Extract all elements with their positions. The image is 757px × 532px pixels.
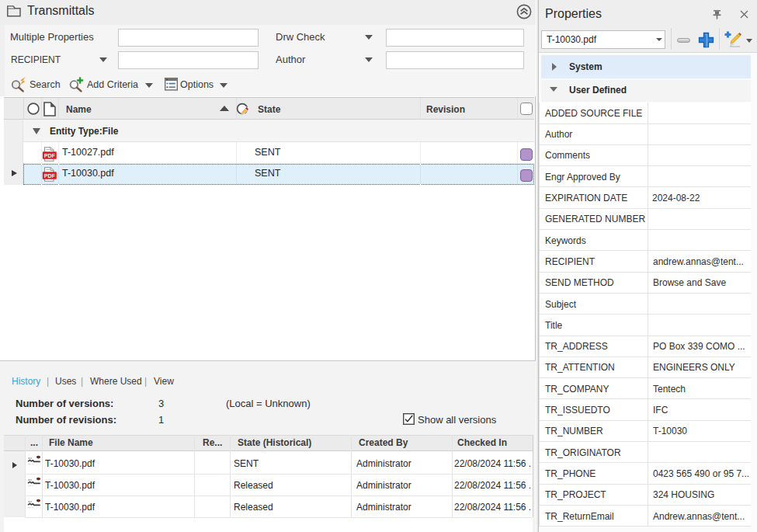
svg-text:PDF: PDF (44, 153, 56, 158)
svg-text:PDF: PDF (44, 173, 56, 179)
